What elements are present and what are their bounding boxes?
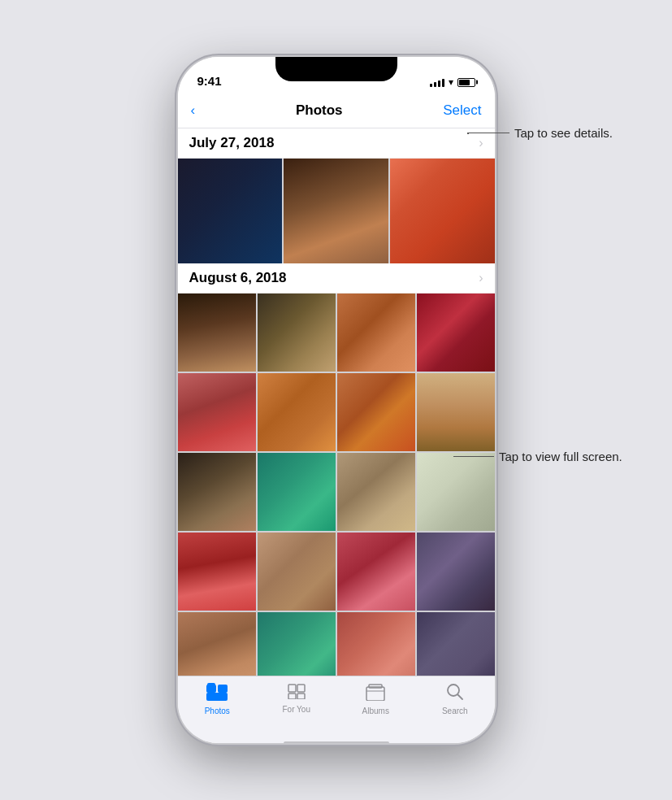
- photo-cell[interactable]: [417, 453, 495, 531]
- date-section-1: July 27, 2018 ›: [178, 128, 495, 263]
- iphone-notch: [275, 57, 397, 81]
- annotation-tap-fullscreen-text: Tap to view full screen.: [499, 450, 622, 463]
- photo-cell[interactable]: [417, 293, 495, 372]
- chevron-right-icon-2: ›: [479, 271, 483, 285]
- svg-line-12: [457, 695, 462, 700]
- svg-rect-3: [206, 693, 228, 701]
- annotation-tap-fullscreen: Tap to view full screen.: [453, 450, 622, 463]
- photo-cell[interactable]: [178, 293, 256, 372]
- photo-cell[interactable]: [178, 612, 256, 676]
- tab-albums-label: Albums: [362, 707, 389, 715]
- tab-photos[interactable]: Photos: [193, 683, 241, 715]
- date-label-1: July 27, 2018: [189, 135, 275, 151]
- tab-photos-label: Photos: [205, 707, 230, 715]
- signal-bars-icon: [430, 77, 444, 87]
- home-bar: [284, 741, 389, 743]
- photo-cell[interactable]: [178, 453, 256, 531]
- status-icons: ▾: [430, 76, 475, 88]
- photo-cell[interactable]: [284, 159, 388, 263]
- annotation-tap-details: Tap to see details.: [467, 126, 613, 140]
- annotation-tap-details-text: Tap to see details.: [514, 126, 613, 140]
- photos-content: July 27, 2018 › August 6, 2018 ›: [178, 128, 495, 676]
- photo-cell[interactable]: [337, 293, 415, 372]
- photo-cell[interactable]: [258, 453, 336, 531]
- photo-cell[interactable]: [258, 293, 336, 372]
- photo-cell[interactable]: [337, 612, 415, 676]
- wifi-icon: ▾: [449, 76, 453, 88]
- svg-rect-2: [218, 685, 228, 693]
- photo-cell[interactable]: [337, 373, 415, 451]
- battery-icon: [457, 78, 475, 87]
- back-button[interactable]: ‹: [191, 102, 196, 119]
- photo-cell[interactable]: [178, 373, 256, 451]
- svg-rect-6: [288, 693, 296, 699]
- svg-rect-5: [297, 685, 305, 692]
- date-header-2[interactable]: August 6, 2018 ›: [178, 263, 495, 293]
- battery-fill: [459, 80, 470, 85]
- page-title: Photos: [296, 102, 343, 119]
- select-button[interactable]: Select: [443, 102, 481, 119]
- tab-bar: Photos For You: [178, 676, 495, 743]
- status-time: 9:41: [197, 74, 222, 88]
- photo-cell[interactable]: [417, 373, 495, 451]
- svg-rect-1: [207, 683, 215, 689]
- photo-cell[interactable]: [258, 533, 336, 611]
- photo-cell[interactable]: [178, 533, 256, 611]
- iphone-device: 9:41 ▾ ‹ Photos Select: [178, 57, 495, 743]
- photo-cell[interactable]: [417, 612, 495, 676]
- svg-rect-8: [366, 687, 384, 701]
- photo-cell[interactable]: [417, 533, 495, 611]
- svg-rect-7: [297, 693, 305, 699]
- tab-albums[interactable]: Albums: [351, 683, 400, 715]
- date-section-2: August 6, 2018 ›: [178, 263, 495, 676]
- photo-cell[interactable]: [337, 453, 415, 531]
- svg-rect-4: [288, 685, 296, 692]
- tab-search[interactable]: Search: [431, 683, 479, 715]
- photo-cell[interactable]: [337, 533, 415, 611]
- tab-for-you-label: For You: [283, 705, 310, 714]
- albums-tab-icon: [366, 683, 385, 704]
- tab-search-label: Search: [442, 707, 468, 715]
- photo-cell[interactable]: [258, 373, 336, 451]
- outer-wrapper: 9:41 ▾ ‹ Photos Select: [0, 0, 672, 800]
- photo-grid-2: [178, 293, 495, 676]
- for-you-tab-icon: [287, 683, 306, 702]
- photos-tab-icon: [206, 683, 228, 704]
- photo-cell[interactable]: [178, 159, 283, 263]
- tab-for-you[interactable]: For You: [272, 683, 321, 714]
- photo-cell[interactable]: [390, 159, 495, 263]
- date-label-2: August 6, 2018: [189, 270, 287, 286]
- photo-cell[interactable]: [258, 612, 336, 676]
- date-header-1[interactable]: July 27, 2018 ›: [178, 128, 495, 159]
- photo-grid-1: [178, 159, 495, 263]
- svg-rect-9: [369, 685, 382, 688]
- search-tab-icon: [446, 683, 464, 704]
- nav-bar: ‹ Photos Select: [178, 93, 495, 128]
